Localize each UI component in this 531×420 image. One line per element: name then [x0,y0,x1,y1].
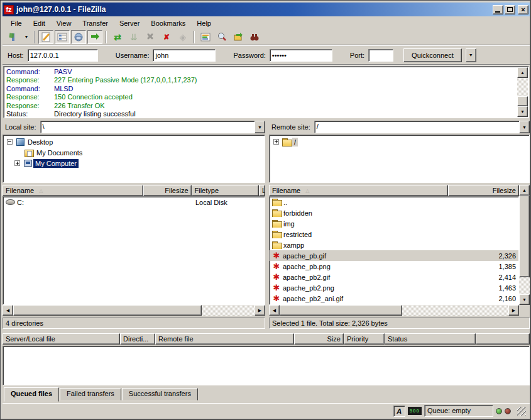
remote-dir-row[interactable]: xampp [270,240,518,250]
message-log-body[interactable]: Command:PASV Response:227 Entering Passi… [4,67,528,118]
column-status[interactable]: Status [385,333,476,345]
close-button[interactable]: × [518,5,528,14]
column-direction[interactable]: Directi... [120,333,155,345]
expand-icon[interactable] [273,139,279,145]
chevron-down-icon[interactable]: ▼ [519,121,530,133]
cancel-button[interactable]: 🗙 [143,30,158,44]
remote-site-combo[interactable]: / ▼ [314,121,530,133]
maximize-button[interactable] [505,5,515,14]
find-files-button[interactable] [247,30,262,44]
scrollbar-track[interactable] [517,78,528,106]
remote-dir-row[interactable]: forbidden [270,207,518,218]
local-horizontal-scrollbar[interactable]: ◀ ▶ [3,305,265,316]
reconnect-button[interactable]: ◈ [175,30,190,44]
scrollbar-thumb[interactable] [13,305,202,316]
resize-grip[interactable] [517,407,526,416]
port-input[interactable] [368,49,393,62]
chevron-down-icon[interactable]: ▼ [255,121,265,133]
host-input[interactable] [28,49,98,62]
toggle-transfer-queue-button[interactable] [87,30,102,44]
scrollbar-thumb[interactable] [280,305,402,316]
toggle-remote-tree-button[interactable] [71,30,86,44]
speed-limit-indicator[interactable]: 500 [408,407,422,415]
local-file-list[interactable]: C: Local Disk [3,196,265,305]
log-vertical-scrollbar[interactable]: ▲ ▼ [517,67,528,117]
column-server-local-file[interactable]: Server/Local file [3,333,120,345]
local-site-combo[interactable]: \ ▼ [40,121,265,133]
column-size[interactable]: Size [294,333,344,345]
queue-body[interactable] [3,346,530,385]
remote-dir-row[interactable]: .. [270,197,518,207]
local-site-path[interactable]: \ [40,121,255,133]
menu-server[interactable]: Server [114,18,145,28]
column-filename[interactable]: Filename△ [3,185,143,196]
quickconnect-button[interactable]: Quickconnect [403,48,462,62]
remote-file-row-selected[interactable]: apache_pb.gif2,326 [270,250,518,261]
scroll-up-icon[interactable]: ▲ [519,185,530,196]
menu-edit[interactable]: Edit [28,18,51,28]
password-input[interactable] [270,49,332,62]
tree-item-my-computer[interactable]: My Computer [3,158,265,169]
remote-file-row[interactable]: apache_pb2.png1,463 [270,282,518,293]
scroll-down-icon[interactable]: ▼ [517,106,528,117]
scroll-right-icon[interactable]: ▶ [255,305,265,316]
scroll-left-icon[interactable]: ◀ [3,305,13,316]
scrollbar-track[interactable] [519,196,530,294]
menu-help[interactable]: Help [191,18,217,28]
remote-horizontal-scrollbar[interactable]: ◀ ▶ [269,305,519,316]
username-input[interactable] [153,49,216,62]
scroll-left-icon[interactable]: ◀ [269,305,280,316]
quickconnect-dropdown[interactable]: ▼ [466,48,476,62]
column-last-modified[interactable]: L [259,185,265,196]
local-tree[interactable]: Desktop My Documents My Computer [3,135,265,183]
site-manager-dropdown[interactable]: ▼ [22,30,31,44]
tree-item-root[interactable]: / [270,136,529,147]
menu-transfer[interactable]: Transfer [77,18,114,28]
menu-view[interactable]: View [51,18,77,28]
toggle-message-log-button[interactable] [38,30,53,44]
column-filesize[interactable]: Filesize [143,185,192,196]
remote-vertical-scrollbar[interactable]: ▲ ▼ [519,185,530,305]
scroll-down-icon[interactable]: ▼ [519,294,530,305]
remote-tree[interactable]: / [269,135,530,183]
remote-dir-row[interactable]: img [270,218,518,229]
remote-file-list[interactable]: .. forbidden img restricted xampp apache… [269,196,519,305]
disconnect-button[interactable]: ✘ [159,30,174,44]
scrollbar-thumb[interactable] [519,196,530,277]
tab-queued-files[interactable]: Queued files [4,387,59,402]
tree-item-desktop[interactable]: Desktop [3,136,265,147]
expand-icon[interactable] [14,160,20,166]
remote-site-path[interactable]: / [314,121,519,133]
transfer-type-indicator[interactable]: A [393,406,405,417]
directory-listing-filters-button[interactable] [198,30,213,44]
menu-bookmarks[interactable]: Bookmarks [145,18,191,28]
site-manager-button[interactable] [6,30,21,44]
tree-item-my-documents[interactable]: My Documents [3,147,265,158]
remote-file-row[interactable]: apache_pb2.gif2,414 [270,272,518,282]
scrollbar-thumb[interactable] [517,96,528,106]
process-queue-button[interactable]: ⇊ [126,30,141,44]
toggle-local-tree-button[interactable] [55,30,70,44]
menu-file[interactable]: File [5,18,28,28]
minimize-button[interactable] [493,5,503,14]
tab-successful-transfers[interactable]: Successful transfers [122,388,198,401]
scrollbar-track[interactable] [280,305,508,316]
synchronized-browsing-button[interactable] [231,30,246,44]
scroll-right-icon[interactable]: ▶ [508,305,519,316]
refresh-button[interactable]: ⇄ [110,30,125,44]
title-bar[interactable]: fz john@127.0.0.1 - FileZilla × [3,3,530,16]
collapse-icon[interactable] [7,139,13,145]
column-priority[interactable]: Priority [344,333,385,345]
column-filesize[interactable]: Filesize [448,185,519,196]
remote-file-row[interactable]: apache_pb.png1,385 [270,261,518,272]
local-file-row[interactable]: C: Local Disk [3,197,265,207]
scrollbar-track[interactable] [13,305,255,316]
column-filename[interactable]: Filename△ [269,185,448,196]
column-filetype[interactable]: Filetype [192,185,259,196]
tab-failed-transfers[interactable]: Failed transfers [60,388,121,401]
column-remote-file[interactable]: Remote file [155,333,294,345]
directory-comparison-button[interactable] [214,30,229,44]
remote-file-row[interactable]: apache_pb2_ani.gif2,160 [270,293,518,304]
scroll-up-icon[interactable]: ▲ [517,67,528,78]
remote-dir-row[interactable]: restricted [270,229,518,240]
